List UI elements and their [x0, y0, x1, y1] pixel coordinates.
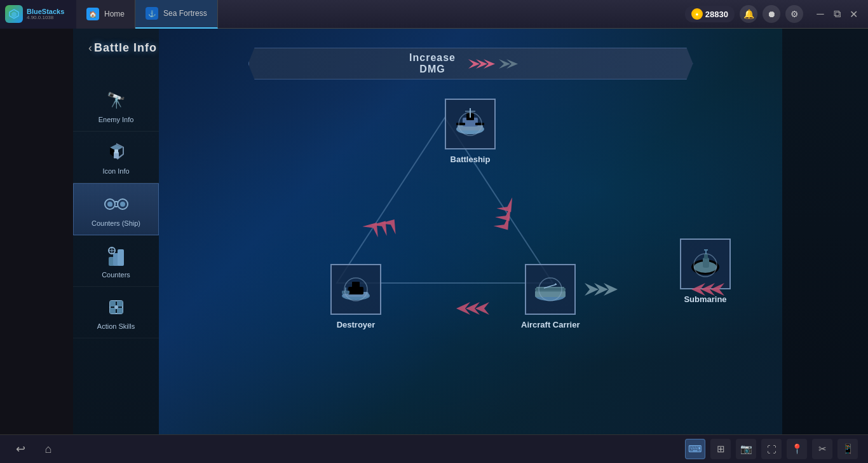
location-icon[interactable]: 📍 — [787, 439, 807, 459]
svg-rect-16 — [110, 301, 116, 307]
dmg-text: Increase DMG — [409, 52, 456, 75]
home-tab-icon: 🏠 — [86, 8, 99, 20]
settings-button[interactable]: ⚙ — [785, 5, 803, 23]
screenshot-icon[interactable]: 📷 — [736, 439, 756, 459]
game-tab[interactable]: ⚓ Sea Fortress — [135, 0, 218, 29]
action-skills-icon — [104, 294, 129, 320]
notification-button[interactable]: 🔔 — [740, 5, 757, 23]
record-button[interactable]: ⏺ — [763, 5, 780, 23]
enemy-info-icon: 🔭 — [104, 88, 129, 113]
nav-item-counters-ship[interactable]: ⇆ Counters (Ship) — [73, 183, 159, 235]
home-nav-button[interactable]: ⌂ — [38, 439, 58, 459]
back-nav-button[interactable]: ↩ — [10, 439, 31, 459]
sidebar-right — [782, 29, 868, 434]
svg-point-8 — [120, 202, 125, 207]
bluestacks-icon — [5, 5, 23, 23]
svg-rect-3 — [114, 149, 118, 153]
svg-rect-52 — [703, 258, 709, 268]
restore-button[interactable]: ⧉ — [830, 7, 844, 21]
main-content: ‹ Battle Info 🔭 Enemy Info — [0, 29, 868, 434]
enemy-info-label: Enemy Info — [98, 116, 134, 123]
coins-amount: 28830 — [705, 10, 728, 19]
scissors-icon[interactable]: ✂ — [812, 439, 832, 459]
controls-icon[interactable]: ⊞ — [710, 439, 731, 459]
app-name: BlueStacks — [27, 8, 64, 15]
battleship-node[interactable]: Battleship — [445, 99, 496, 164]
home-tab-label: Home — [104, 10, 125, 18]
svg-rect-18 — [110, 308, 116, 314]
dmg-arrows — [468, 56, 532, 72]
destroyer-label: Destroyer — [337, 320, 376, 329]
icon-info-icon — [104, 139, 129, 165]
game-tab-label: Sea Fortress — [163, 9, 207, 18]
game-area: Increase DMG — [159, 29, 782, 434]
nav-item-icon-info[interactable]: Icon Info — [73, 132, 159, 183]
action-skills-label: Action Skills — [97, 322, 135, 330]
back-button[interactable]: ‹ — [81, 38, 100, 57]
carrier-to-destroyer-arrows — [413, 296, 489, 321]
svg-rect-46 — [535, 288, 566, 291]
minimize-button[interactable]: ─ — [813, 7, 827, 21]
coins-display: ● 28830 — [685, 6, 735, 22]
nav-item-counters[interactable]: Counters — [73, 235, 159, 287]
destroyer-node[interactable]: Destroyer — [330, 264, 381, 329]
svg-rect-19 — [117, 308, 123, 314]
sidebar-left — [0, 29, 73, 434]
svg-rect-34 — [475, 123, 484, 125]
nav-item-action-skills[interactable]: Action Skills — [73, 287, 159, 338]
svg-marker-1 — [11, 11, 17, 18]
home-tab[interactable]: 🏠 Home — [76, 0, 135, 29]
fullscreen-icon[interactable]: ⛶ — [761, 439, 782, 459]
svg-rect-39 — [352, 282, 360, 288]
page-title: Battle Info — [92, 41, 159, 55]
aircraft-carrier-label: Aircraft Carrier — [521, 320, 580, 329]
aircraft-carrier-icon-box — [525, 264, 576, 315]
coin-icon: ● — [691, 8, 703, 20]
icon-info-label: Icon Info — [102, 167, 129, 175]
nav-item-enemy-info[interactable]: 🔭 Enemy Info — [73, 80, 159, 132]
taskbar: ↩ ⌂ ⌨ ⊞ 📷 ⛶ 📍 ✂ 📱 — [0, 434, 868, 463]
counters-icon — [104, 243, 129, 268]
app-version: 4.90.0.1038 — [27, 15, 64, 21]
nav-items: 🔭 Enemy Info Icon Info — [73, 80, 159, 338]
nav-panel: ‹ Battle Info 🔭 Enemy Info — [73, 29, 159, 434]
keyboard-icon[interactable]: ⌨ — [685, 439, 705, 459]
svg-point-20 — [114, 305, 118, 309]
submarine-to-battleship-arrows — [648, 277, 724, 302]
svg-marker-48 — [554, 283, 557, 286]
counters-label: Counters — [102, 271, 130, 279]
close-button[interactable]: ✕ — [846, 7, 860, 21]
taskbar-left: ↩ ⌂ — [10, 439, 58, 459]
counters-ship-label: Counters (Ship) — [92, 219, 140, 227]
svg-point-7 — [107, 202, 112, 207]
svg-rect-33 — [456, 123, 465, 125]
bluestacks-logo: BlueStacks 4.90.0.1038 — [0, 0, 76, 29]
battleship-label: Battleship — [451, 155, 491, 164]
svg-rect-17 — [117, 301, 123, 307]
svg-rect-53 — [704, 254, 708, 259]
title-bar: BlueStacks 4.90.0.1038 🏠 Home ⚓ Sea Fort… — [0, 0, 868, 29]
game-tab-icon: ⚓ — [146, 7, 158, 20]
svg-rect-11 — [118, 249, 124, 266]
destroyer-icon-box — [330, 264, 381, 315]
counters-ship-icon: ⇆ — [104, 191, 129, 217]
taskbar-right: ⌨ ⊞ 📷 ⛶ 📍 ✂ 📱 — [685, 439, 858, 459]
phone-icon[interactable]: 📱 — [837, 439, 858, 459]
dmg-banner: Increase DMG — [248, 48, 693, 79]
aircraft-carrier-node[interactable]: Aircraft Carrier — [521, 264, 580, 329]
battleship-icon-box — [445, 99, 496, 149]
